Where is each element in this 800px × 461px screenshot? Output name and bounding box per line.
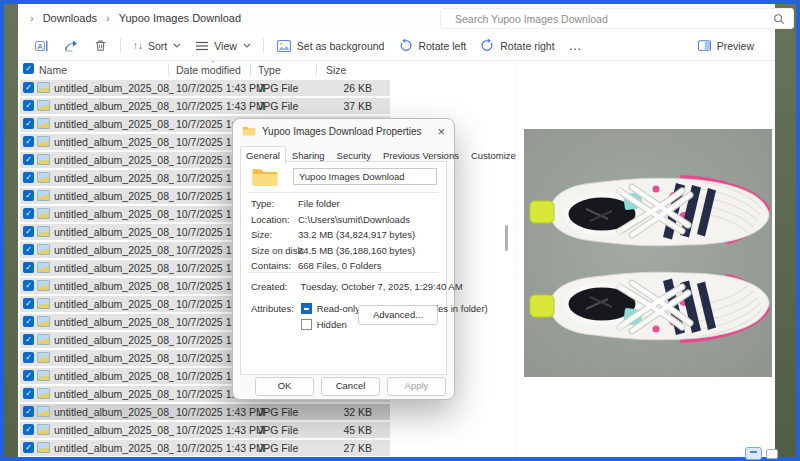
ok-button[interactable]: OK — [255, 377, 314, 396]
row-checkbox[interactable]: ✓ — [23, 298, 34, 309]
tab-security[interactable]: Security — [331, 146, 377, 165]
tab-customize[interactable]: Customize — [465, 146, 522, 165]
search-icon[interactable] — [773, 13, 785, 25]
file-name: untitled_album_2025_08_29_00_37_IM... — [54, 442, 174, 454]
set-as-background-button[interactable]: Set as background — [269, 35, 392, 57]
breadcrumb-item[interactable]: Downloads — [43, 12, 97, 24]
column-header-date[interactable]: Date modified — [176, 64, 241, 76]
row-checkbox[interactable]: ✓ — [23, 208, 34, 219]
advanced-button[interactable]: Advanced... — [358, 305, 438, 325]
property-row: Size:33.2 MB (34,824,917 bytes) — [251, 229, 440, 245]
file-name: untitled_album_2025_08_29_00_37_IM... — [54, 316, 174, 328]
set-as-background-label: Set as background — [297, 40, 385, 52]
breadcrumb-item[interactable]: Yupoo Images Download — [119, 12, 241, 24]
preview-pane-icon — [697, 39, 712, 52]
jpg-file-icon — [37, 442, 50, 453]
property-value: File folder — [298, 198, 340, 209]
property-label: Size: — [251, 229, 298, 240]
sort-button[interactable]: ↑↓ Sort — [126, 35, 188, 57]
overlay-window-icon[interactable] — [766, 449, 778, 459]
jpg-file-icon — [37, 100, 50, 111]
file-name: untitled_album_2025_08_21_01_07_IM... — [54, 244, 174, 256]
column-header-name[interactable]: Name — [39, 64, 67, 76]
row-checkbox[interactable]: ✓ — [23, 136, 34, 147]
file-row[interactable]: ✓ untitled_album_2025_08_21_01_07_IM... … — [20, 98, 390, 114]
row-checkbox[interactable]: ✓ — [23, 100, 34, 111]
select-all-checkbox[interactable]: ✓ — [23, 63, 34, 74]
ellipsis-icon: … — [569, 38, 583, 53]
row-checkbox[interactable]: ✓ — [23, 118, 34, 129]
row-checkbox[interactable]: ✓ — [23, 316, 34, 327]
rename-button[interactable]: A — [26, 35, 56, 57]
tab-previous-versions[interactable]: Previous Versions — [377, 146, 465, 165]
file-type: JPG File — [258, 82, 298, 94]
jpg-file-icon — [37, 208, 50, 219]
cancel-button[interactable]: Cancel — [321, 377, 380, 396]
screenshot-frame: › Downloads›Yupoo Images Download Search… — [0, 0, 800, 461]
file-date: 10/7/2025 1:43 PM — [176, 100, 265, 112]
row-checkbox[interactable]: ✓ — [23, 370, 34, 381]
file-row[interactable]: ✓ untitled_album_2025_08_21_01_07_IM... … — [20, 80, 390, 96]
row-checkbox[interactable]: ✓ — [23, 352, 34, 363]
row-checkbox[interactable]: ✓ — [23, 406, 34, 417]
hidden-checkbox[interactable] — [301, 319, 312, 330]
column-divider[interactable] — [168, 64, 169, 76]
delete-button[interactable] — [86, 35, 115, 57]
file-type: JPG File — [258, 406, 298, 418]
breadcrumb-chevron-icon[interactable]: › — [106, 12, 110, 24]
pane-splitter[interactable] — [515, 61, 516, 457]
row-checkbox[interactable]: ✓ — [23, 388, 34, 399]
row-checkbox[interactable]: ✓ — [23, 172, 34, 183]
row-checkbox[interactable]: ✓ — [23, 82, 34, 93]
file-name: untitled_album_2025_08_29_00_37_IM... — [54, 298, 174, 310]
jpg-file-icon — [37, 424, 50, 435]
attributes-label: Attributes: — [251, 303, 298, 314]
row-checkbox[interactable]: ✓ — [23, 334, 34, 345]
file-name: untitled_album_2025_08_21_01_07_IM... — [54, 136, 174, 148]
jpg-file-icon — [37, 226, 50, 237]
rotate-left-icon — [398, 38, 413, 53]
toolbar-divider — [263, 38, 264, 53]
rotate-left-button[interactable]: Rotate left — [391, 35, 473, 57]
row-checkbox[interactable]: ✓ — [23, 262, 34, 273]
readonly-checkbox[interactable] — [301, 303, 312, 314]
row-checkbox[interactable]: ✓ — [23, 442, 34, 453]
toolbar-divider — [120, 38, 121, 53]
scrollbar-thumb[interactable] — [505, 225, 508, 251]
view-icon — [195, 40, 209, 52]
file-date: 10/7/2025 1:43 PM — [176, 424, 265, 436]
search-input[interactable]: Search Yupoo Images Download — [440, 8, 794, 29]
rotate-right-label: Rotate right — [500, 40, 554, 52]
breadcrumb-chevron-icon[interactable]: › — [30, 12, 34, 24]
row-checkbox[interactable]: ✓ — [23, 226, 34, 237]
see-more-button[interactable]: … — [562, 35, 590, 57]
share-button[interactable] — [56, 35, 86, 57]
view-button[interactable]: View — [188, 35, 258, 57]
row-checkbox[interactable]: ✓ — [23, 244, 34, 255]
row-checkbox[interactable]: ✓ — [23, 424, 34, 435]
properties-dialog: Yupoo Images Download Properties × Gener… — [232, 118, 455, 400]
file-name: untitled_album_2025_08_21_01_07_IM... — [54, 100, 174, 112]
overlay-copy-icon[interactable] — [745, 447, 762, 460]
folder-name-input[interactable] — [293, 168, 437, 185]
rotate-right-button[interactable]: Rotate right — [473, 35, 561, 57]
tab-general[interactable]: General — [240, 146, 286, 165]
column-divider[interactable] — [250, 64, 251, 76]
file-row[interactable]: ✓ untitled_album_2025_08_29_00_37_IM... … — [20, 422, 390, 438]
close-icon[interactable]: × — [437, 125, 445, 138]
column-header-size[interactable]: Size — [326, 64, 346, 76]
row-checkbox[interactable]: ✓ — [23, 190, 34, 201]
preview-toggle-button[interactable]: Preview — [690, 35, 761, 57]
file-row[interactable]: ✓ untitled_album_2025_08_29_00_37_IM... … — [20, 404, 390, 420]
column-divider[interactable] — [316, 64, 317, 76]
row-checkbox[interactable]: ✓ — [23, 280, 34, 291]
created-label: Created: — [251, 281, 298, 292]
folder-icon-large — [251, 165, 279, 189]
file-row[interactable]: ✓ untitled_album_2025_08_29_00_37_IM... … — [20, 440, 390, 456]
property-label: Location: — [251, 214, 298, 225]
row-checkbox[interactable]: ✓ — [23, 154, 34, 165]
tab-sharing[interactable]: Sharing — [286, 146, 331, 165]
file-size: 32 KB — [343, 406, 372, 418]
chevron-down-icon — [173, 43, 181, 48]
column-header-type[interactable]: Type — [258, 64, 281, 76]
